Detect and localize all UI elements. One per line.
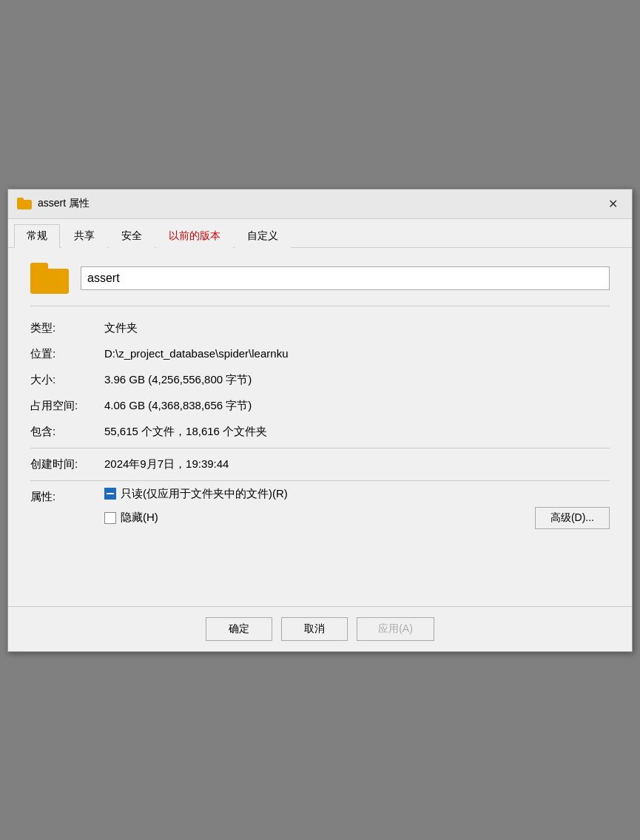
disk-row: 占用空间: 4.06 GB (4,368,838,656 字节) [30,393,610,419]
created-row: 创建时间: 2024年9月7日，19:39:44 [30,451,610,477]
attributes-label: 属性: [30,487,104,504]
advanced-button[interactable]: 高级(D)... [535,507,610,529]
title-bar-left: assert 属性 [17,197,90,210]
readonly-checkbox[interactable] [104,488,116,500]
created-label: 创建时间: [30,457,104,471]
disk-label: 占用空间: [30,399,104,413]
divider-2 [30,448,610,448]
tab-security[interactable]: 安全 [109,224,155,248]
window-title: assert 属性 [38,197,90,210]
disk-value: 4.06 GB (4,368,838,656 字节) [104,399,252,413]
type-label: 类型: [30,321,104,335]
apply-button[interactable]: 应用(A) [357,617,434,641]
hidden-checkbox[interactable] [104,512,116,524]
title-folder-icon [17,198,32,209]
type-value: 文件夹 [104,321,138,335]
contains-value: 55,615 个文件，18,616 个文件夹 [104,425,267,439]
divider-1 [30,306,610,306]
divider-3 [30,480,610,481]
readonly-row: 只读(仅应用于文件夹中的文件)(R) [104,487,610,501]
size-value: 3.96 GB (4,256,556,800 字节) [104,373,252,387]
content-spacer [30,532,610,591]
readonly-label: 只读(仅应用于文件夹中的文件)(R) [121,487,288,501]
tabs-bar: 常规 共享 安全 以前的版本 自定义 [8,219,632,248]
contains-row: 包含: 55,615 个文件，18,616 个文件夹 [30,419,610,445]
folder-icon-large [30,263,69,294]
type-row: 类型: 文件夹 [30,315,610,341]
tab-custom[interactable]: 自定义 [235,224,291,248]
tab-previous-versions[interactable]: 以前的版本 [156,224,233,248]
folder-name-input[interactable] [81,266,610,290]
hidden-advanced-row: 隐藏(H) 高级(D)... [104,507,610,529]
tab-general[interactable]: 常规 [14,224,60,248]
size-row: 大小: 3.96 GB (4,256,556,800 字节) [30,367,610,393]
name-section [30,263,610,294]
attributes-controls: 只读(仅应用于文件夹中的文件)(R) 隐藏(H) 高级(D)... [104,487,610,529]
created-value: 2024年9月7日，19:39:44 [104,457,229,471]
location-row: 位置: D:\z_project_database\spider\learnku [30,341,610,367]
title-bar: assert 属性 ✕ [8,189,632,219]
location-label: 位置: [30,347,104,361]
close-button[interactable]: ✕ [602,193,623,214]
hidden-checkbox-row: 隐藏(H) [104,511,158,525]
content-area: 类型: 文件夹 位置: D:\z_project_database\spider… [8,248,632,606]
footer: 确定 取消 应用(A) [8,606,632,651]
properties-window: assert 属性 ✕ 常规 共享 安全 以前的版本 自定义 [7,189,633,652]
location-value: D:\z_project_database\spider\learnku [104,347,288,360]
cancel-button[interactable]: 取消 [281,617,348,641]
ok-button[interactable]: 确定 [206,617,272,641]
tab-share[interactable]: 共享 [61,224,107,248]
hidden-label: 隐藏(H) [121,511,158,525]
attributes-row: 属性: 只读(仅应用于文件夹中的文件)(R) 隐藏(H) 高级(D)... [30,484,610,532]
info-section: 类型: 文件夹 位置: D:\z_project_database\spider… [30,315,610,532]
size-label: 大小: [30,373,104,387]
contains-label: 包含: [30,425,104,439]
